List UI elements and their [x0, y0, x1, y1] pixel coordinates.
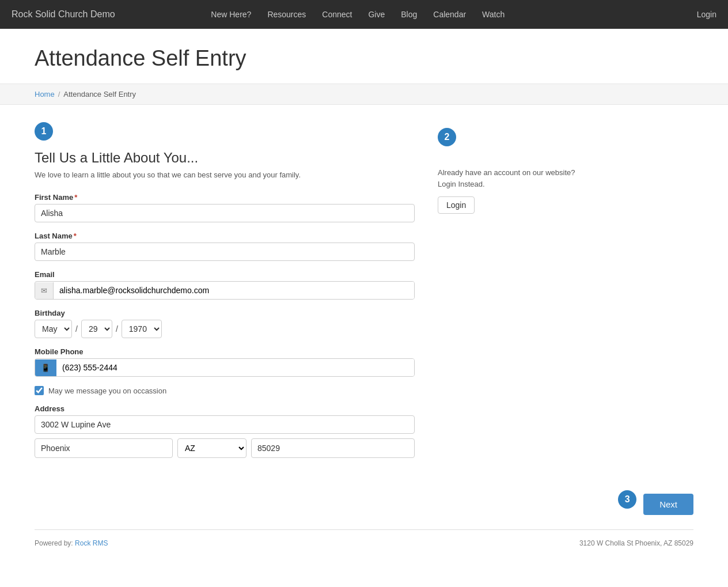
breadcrumb-separator: /	[58, 90, 60, 99]
breadcrumb: Home / Attendance Self Entry	[0, 84, 728, 105]
login-panel: Already have an account on our website? …	[438, 167, 693, 214]
main-content: 1 Tell Us a Little About You... We love …	[0, 105, 728, 484]
email-group: Email ✉	[35, 270, 415, 300]
navbar: Rock Solid Church Demo New Here? Resourc…	[0, 0, 728, 29]
nav-resources[interactable]: Resources	[267, 10, 306, 19]
first-name-label: First Name*	[35, 193, 415, 202]
footer: Powered by: Rock RMS 3120 W Cholla St Ph…	[0, 530, 728, 556]
form-column: 1 Tell Us a Little About You... We love …	[35, 122, 415, 467]
page-title: Attendance Self Entry	[35, 46, 693, 71]
powered-by: Powered by: Rock RMS	[35, 539, 108, 547]
last-name-input[interactable]	[35, 243, 415, 261]
birthday-group: Birthday JanFebMarApr MayJunJulAug SepOc…	[35, 309, 415, 338]
rock-rms-link[interactable]: Rock RMS	[75, 539, 108, 547]
address-city-row: AKALARAZ CACOCTDC FLGAHIID ILINKSKY LAMA…	[35, 438, 415, 458]
address-street-input[interactable]	[35, 415, 415, 434]
login-panel-button[interactable]: Login	[438, 196, 475, 214]
birthday-row: JanFebMarApr MayJunJulAug SepOctNovDec /…	[35, 320, 415, 338]
page-header: Attendance Self Entry	[0, 29, 728, 84]
email-input-wrapper: ✉	[35, 281, 415, 300]
next-area: 3 Next	[0, 484, 728, 529]
first-name-required: *	[74, 193, 77, 202]
form-subtitle: Tell Us a Little About You...	[35, 150, 415, 166]
birthday-month-select[interactable]: JanFebMarApr MayJunJulAug SepOctNovDec	[35, 320, 72, 338]
nav-connect[interactable]: Connect	[322, 10, 352, 19]
email-icon: ✉	[35, 282, 54, 299]
navbar-links: New Here? Resources Connect Give Blog Ca…	[211, 10, 505, 19]
email-label: Email	[35, 270, 415, 279]
mobile-phone-group: Mobile Phone 📱	[35, 347, 415, 377]
nav-watch[interactable]: Watch	[482, 10, 505, 19]
nav-login[interactable]: Login	[697, 10, 716, 19]
nav-calendar[interactable]: Calendar	[433, 10, 466, 19]
login-panel-text: Already have an account on our website? …	[438, 167, 693, 190]
address-city-input[interactable]	[35, 438, 173, 458]
phone-input-wrapper: 📱	[35, 358, 415, 377]
first-name-group: First Name*	[35, 193, 415, 222]
email-input[interactable]	[54, 282, 414, 299]
address-state-select[interactable]: AKALARAZ CACOCTDC FLGAHIID ILINKSKY LAMA…	[177, 438, 247, 458]
message-checkbox-label[interactable]: May we message you on occassion	[48, 387, 166, 395]
last-name-label: Last Name*	[35, 232, 415, 240]
breadcrumb-current: Attendance Self Entry	[63, 90, 136, 99]
birthday-sep-1: /	[75, 324, 78, 334]
nav-blog[interactable]: Blog	[401, 10, 417, 19]
last-name-required: *	[74, 232, 77, 240]
message-checkbox-row: May we message you on occassion	[35, 386, 415, 395]
phone-icon: 📱	[35, 359, 56, 376]
address-group: Address AKALARAZ CACOCTDC FLGAHIID ILINK…	[35, 404, 415, 458]
mobile-phone-label: Mobile Phone	[35, 347, 415, 356]
birthday-label: Birthday	[35, 309, 415, 317]
birthday-sep-2: /	[116, 324, 118, 334]
form-description: We love to learn a little about you so t…	[35, 171, 415, 179]
first-name-input[interactable]	[35, 204, 415, 222]
birthday-day-select[interactable]: 12345 678910 1112131415 1617181920 21222…	[81, 320, 112, 338]
next-button[interactable]: Next	[643, 494, 693, 515]
breadcrumb-home[interactable]: Home	[35, 90, 55, 99]
navbar-brand: Rock Solid Church Demo	[12, 9, 115, 20]
footer-address: 3120 W Cholla St Phoenix, AZ 85029	[579, 539, 693, 547]
step-2-circle: 2	[438, 128, 456, 146]
message-checkbox[interactable]	[35, 386, 44, 395]
phone-input[interactable]	[56, 359, 414, 376]
address-label: Address	[35, 404, 415, 413]
birthday-year-select[interactable]: 19681969197019711972	[122, 320, 162, 338]
nav-give[interactable]: Give	[368, 10, 385, 19]
right-column: 2 Already have an account on our website…	[438, 122, 693, 467]
step-1-circle: 1	[35, 122, 53, 141]
nav-new-here[interactable]: New Here?	[211, 10, 251, 19]
address-zip-input[interactable]	[251, 438, 415, 458]
step-3-circle: 3	[618, 490, 636, 509]
last-name-group: Last Name*	[35, 232, 415, 261]
